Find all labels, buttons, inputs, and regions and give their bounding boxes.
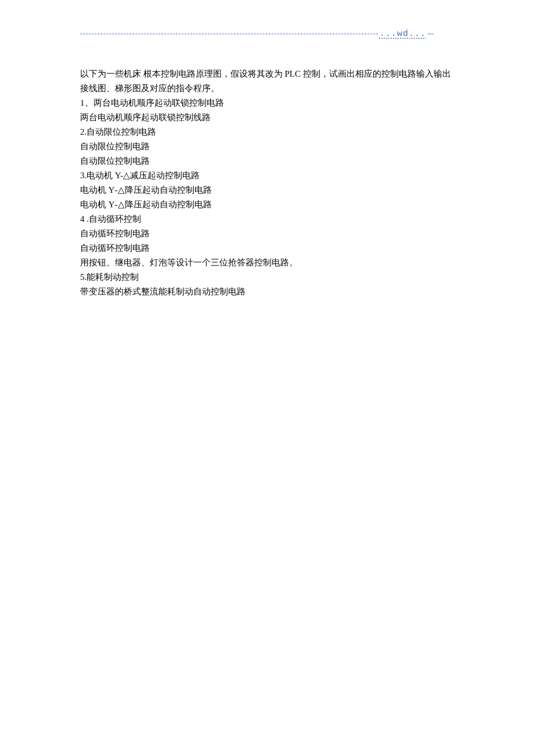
line-item: 自动循环控制电路 — [80, 226, 454, 241]
line-item: 5.能耗制动控制 — [80, 270, 454, 285]
line-item: 1、两台电动机顺序起动联锁控制电路 — [80, 96, 454, 110]
line-item: 自动循环控制电路 — [80, 241, 454, 255]
line-item: 自动限位控制电路 — [80, 139, 454, 154]
header-watermark: ...wd... — [378, 29, 428, 39]
line-item: 两台电动机顺序起动联锁控制线路 — [80, 110, 454, 125]
line-item: 3.电动机 Y-△减压起动控制电路 — [80, 168, 454, 183]
document-body: 以下为一些机床 根本控制电路原理图，假设将其改为 PLC 控制，试画出相应的控制… — [80, 67, 454, 299]
intro-paragraph: 以下为一些机床 根本控制电路原理图，假设将其改为 PLC 控制，试画出相应的控制… — [80, 67, 454, 96]
line-item: 自动限位控制电路 — [80, 154, 454, 168]
line-item: 电动机 Y‐△降压起动自动控制电路 — [80, 183, 454, 197]
page-header: ...wd... — [80, 28, 434, 39]
header-dash-right — [428, 34, 434, 34]
line-item: 用按钮、继电器、灯泡等设计一个三位抢答器控制电路。 — [80, 255, 454, 270]
header-dash-left — [80, 34, 378, 34]
line-item: 带变压器的桥式整流能耗制动自动控制电路 — [80, 285, 454, 299]
line-item: 2.自动限位控制电路 — [80, 125, 454, 139]
line-item: 4 .自动循环控制 — [80, 212, 454, 226]
line-item: 电动机 Y‐△降压起动自动控制电路 — [80, 197, 454, 212]
